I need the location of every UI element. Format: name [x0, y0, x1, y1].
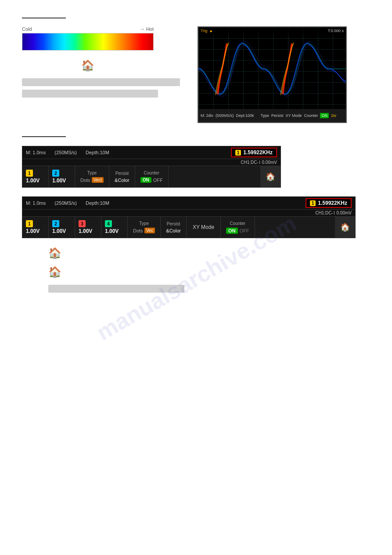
top-row: Cold → Hot 🏠 Trig ▲ T:0.000 s: [22, 26, 370, 123]
tb1-persist-value[interactable]: &Color: [115, 178, 129, 183]
tb1-timebase: M: 1.0ms: [26, 150, 46, 155]
tb1-ch1-tilde: ~: [34, 171, 37, 176]
tb2-ch3-block: 3 ~ 1.00V: [75, 217, 101, 238]
tb2-home-btn[interactable]: 🏠: [335, 217, 355, 238]
bottom-home-icon-1[interactable]: 🏠: [48, 247, 61, 259]
tb2-ch2-volt: 1.00V: [52, 228, 66, 234]
oscope-screen: Trig ▲ T:0.000 s: [198, 26, 347, 123]
oscope-timebase: M: 2div: [201, 113, 213, 118]
tb2-ch3-badge[interactable]: 3: [79, 220, 86, 227]
text-block-2: [22, 90, 158, 98]
tb2-counter-on[interactable]: ON: [226, 228, 238, 234]
tb2-xy-label: XY Mode: [193, 224, 214, 230]
toolbar1-container: M: 1.0ms (250MS/s) Depth:10M 1 1.59922KH…: [22, 146, 370, 188]
tb2-ch2-badge[interactable]: 2: [52, 220, 59, 227]
tb2-ch4-tilde: ~: [113, 221, 116, 226]
tb2-xy-section[interactable]: XY Mode: [187, 217, 221, 238]
toolbar1-top: M: 1.0ms (250MS/s) Depth:10M 1 1.59922KH…: [22, 146, 281, 159]
tb2-depth: Depth:10M: [86, 200, 109, 206]
tb2-ch1-badge[interactable]: 1: [26, 220, 33, 227]
tb1-samplerate: (250MS/s): [54, 150, 77, 155]
tb2-counter-onoff: ON OFF: [226, 228, 249, 234]
tb2-ch1-label: 1 ~: [26, 220, 37, 227]
bottom-section: 🏠 🏠: [22, 247, 370, 293]
home-icon-1[interactable]: 🏠: [81, 59, 94, 72]
section1-divider: [22, 18, 66, 18]
tb2-ch-info-row: CH1:DC-⌇ 0.00mV: [22, 210, 355, 217]
tb2-counter-label: Counter: [230, 221, 246, 226]
tb2-ch4-volt: 1.00V: [105, 228, 119, 234]
tb2-ch4-block: 4 ~ 1.00V: [101, 217, 128, 238]
toolbar2: M: 1.0ms (250MS/s) Depth:10M 1 1.59922KH…: [22, 196, 356, 238]
tb1-ch2-label: 2 ~: [52, 170, 63, 177]
time-display: T:0.000 s: [327, 29, 344, 33]
tb2-dots[interactable]: Dots: [133, 228, 143, 233]
tb2-ch2-tilde: ~: [61, 221, 63, 226]
oscope-persist: Persist: [271, 113, 284, 118]
tb2-ch3-label: 3 ~: [79, 220, 90, 227]
oscope-status-bar: M: 2div (500MS/s) Dept:100k Type Persist…: [198, 109, 346, 122]
tb1-dots[interactable]: Dots: [80, 178, 90, 183]
tb2-freq-value: 1.59922KHz: [318, 200, 347, 206]
tb1-counter-on[interactable]: ON: [140, 177, 151, 183]
tb1-freq-badge: 1 1.59922KHz: [231, 148, 277, 157]
tb2-ch3-volt: 1.00V: [79, 228, 92, 234]
oscope-waveform: [198, 31, 346, 109]
oscope-counter: Counter: [304, 113, 318, 118]
tb1-ch1-label: 1 ~: [26, 170, 37, 177]
spectrum-labels: Cold → Hot: [22, 26, 154, 32]
tb1-counter-label: Counter: [144, 170, 159, 175]
toolbar1-bottom: 1 ~ 1.00V 2 ~ 1.00V Type: [22, 166, 281, 187]
tb1-home-btn[interactable]: 🏠: [260, 166, 281, 187]
tb2-ch-info: CH1:DC-⌇ 0.00mV: [315, 210, 352, 215]
tb2-home-icon: 🏠: [340, 222, 350, 232]
tb1-ch1-badge[interactable]: 1: [26, 170, 33, 177]
tb1-ch1-volt: 1.00V: [26, 178, 40, 184]
tb1-ch2-volt: 1.00V: [52, 178, 66, 184]
oscope-samplerate: (500MS/s): [216, 113, 234, 118]
spectrum-container: Cold → Hot: [22, 26, 180, 51]
toolbar2-top: M: 1.0ms (250MS/s) Depth:10M 1 1.59922KH…: [22, 197, 355, 210]
oscope-type-label: Type: [261, 113, 270, 118]
home-row-2: 🏠: [22, 266, 370, 278]
top-left-col: Cold → Hot 🏠: [22, 26, 180, 123]
tb2-ch4-badge[interactable]: 4: [105, 220, 112, 227]
oscope-xy: XY Mode: [286, 113, 302, 118]
trig-triangle: ▲: [209, 29, 213, 33]
bottom-gray-block: [48, 285, 184, 293]
tb2-vec[interactable]: Vec: [144, 228, 155, 233]
tb2-freq-badge: 1 1.59922KHz: [306, 198, 352, 208]
tb1-ch2-badge[interactable]: 2: [52, 170, 59, 177]
tb1-persist-label: Persist: [115, 171, 129, 176]
section2-divider: [22, 136, 66, 137]
tb1-ch1-block: 1 ~ 1.00V: [22, 166, 49, 187]
oscope-counter-on[interactable]: ON: [320, 113, 329, 118]
tb1-ch-info: CH1:DC-⌇ 0.00mV: [241, 160, 277, 165]
tb2-counter-section: Counter ON OFF: [221, 217, 255, 238]
tb1-home-icon: 🏠: [266, 172, 275, 181]
tb2-ch3-tilde: ~: [87, 221, 90, 226]
tb1-persist-section: Persist &Color: [109, 166, 135, 187]
bottom-home-icon-2[interactable]: 🏠: [48, 266, 61, 278]
hot-arrow: → Hot: [140, 26, 154, 32]
tb2-ch1-tilde: ~: [34, 221, 37, 226]
tb2-persist-value[interactable]: &Color: [166, 228, 181, 233]
cold-label: Cold: [22, 26, 32, 32]
tb2-ch4-label: 4 ~: [105, 220, 116, 227]
tb2-freq-ch: 1: [310, 200, 316, 206]
tb2-counter-off[interactable]: OFF: [240, 228, 249, 233]
tb1-ch-info-row: CH1:DC-⌇ 0.00mV: [22, 159, 281, 166]
oscope-depth: Dept:100k: [236, 113, 254, 118]
tb2-persist-section: Persist &Color: [161, 217, 187, 238]
spectrum-bar: [22, 33, 154, 51]
hot-label: Hot: [146, 26, 154, 32]
home-row-1: 🏠: [22, 247, 370, 259]
toolbar2-bottom: 1 ~ 1.00V 2 ~ 1.00V 3: [22, 217, 355, 238]
tb1-counter-off[interactable]: OFF: [153, 178, 163, 183]
oscope-counter-val: 1tv: [331, 113, 336, 118]
tb1-type-section: Type Dots Vect: [75, 166, 109, 187]
tb2-type-section: Type Dots Vec: [128, 217, 161, 238]
tb1-vec[interactable]: Vect: [92, 177, 104, 183]
waveform-svg: [198, 31, 346, 109]
text-block-1: [22, 78, 180, 86]
